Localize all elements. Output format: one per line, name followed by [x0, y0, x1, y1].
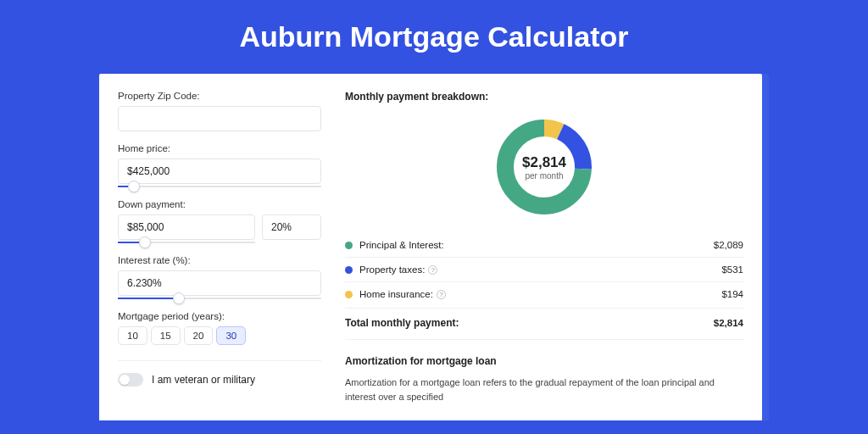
slider-thumb-icon[interactable]	[139, 236, 151, 248]
info-icon[interactable]: ?	[428, 265, 437, 275]
breakdown-panel: Monthly payment breakdown: $2,814 per mo…	[345, 91, 743, 403]
donut-center: $2,814 per month	[493, 116, 595, 218]
slider-thumb-icon[interactable]	[173, 292, 185, 304]
legend-swatch-icon	[345, 266, 353, 274]
card-outer: Property Zip Code: Home price: Down paym…	[99, 74, 769, 420]
page-title: Auburn Mortgage Calculator	[0, 20, 868, 53]
legend-label: Property taxes: ?	[359, 264, 721, 275]
interest-rate-slider[interactable]	[118, 298, 321, 299]
home-price-slider[interactable]	[118, 186, 321, 187]
down-payment-amount-input[interactable]	[118, 214, 255, 240]
slider-thumb-icon[interactable]	[128, 181, 140, 192]
interest-rate-input[interactable]	[118, 270, 321, 296]
hero: Auburn Mortgage Calculator	[0, 0, 868, 74]
breakdown-title: Monthly payment breakdown:	[345, 91, 743, 103]
down-payment-slider[interactable]	[118, 242, 255, 243]
interest-rate-field: Interest rate (%):	[118, 255, 321, 299]
legend-label: Home insurance: ?	[359, 289, 721, 299]
payment-donut-chart: $2,814 per month	[493, 116, 595, 218]
home-price-input[interactable]	[118, 159, 321, 184]
legend-row: Principal & Interest:$2,089	[345, 233, 743, 258]
legend-label: Principal & Interest:	[359, 240, 714, 250]
period-option-15[interactable]: 15	[151, 326, 181, 345]
total-value: $2,814	[714, 318, 743, 328]
period-options: 10152030	[118, 326, 321, 345]
veteran-row: I am veteran or military	[118, 360, 321, 387]
down-payment-label: Down payment:	[118, 199, 321, 209]
legend-swatch-icon	[345, 291, 353, 298]
mortgage-period-label: Mortgage period (years):	[118, 311, 321, 321]
legend-swatch-icon	[345, 242, 353, 249]
total-row: Total monthly payment: $2,814	[345, 308, 743, 340]
down-payment-field: Down payment:	[118, 199, 321, 243]
donut-center-sub: per month	[525, 171, 563, 181]
home-price-field: Home price:	[118, 143, 321, 187]
total-label: Total monthly payment:	[345, 317, 714, 329]
period-option-10[interactable]: 10	[118, 326, 147, 345]
veteran-toggle[interactable]	[118, 373, 143, 387]
zip-label: Property Zip Code:	[118, 91, 321, 101]
interest-rate-label: Interest rate (%):	[118, 255, 321, 265]
legend-value: $2,089	[714, 240, 743, 250]
period-option-30[interactable]: 30	[216, 326, 246, 345]
legend-value: $531	[721, 264, 743, 275]
zip-field: Property Zip Code:	[118, 91, 321, 131]
zip-input[interactable]	[118, 106, 321, 131]
donut-wrap: $2,814 per month	[345, 109, 743, 233]
amortization-title: Amortization for mortgage loan	[345, 355, 743, 367]
period-option-20[interactable]: 20	[184, 326, 214, 345]
home-price-label: Home price:	[118, 143, 321, 153]
down-payment-percent-input[interactable]	[262, 214, 321, 240]
donut-center-value: $2,814	[522, 154, 566, 171]
legend: Principal & Interest:$2,089Property taxe…	[345, 233, 743, 306]
form-panel: Property Zip Code: Home price: Down paym…	[118, 91, 321, 403]
amortization-section: Amortization for mortgage loan Amortizat…	[345, 355, 743, 403]
legend-row: Home insurance: ?$194	[345, 282, 743, 306]
legend-row: Property taxes: ?$531	[345, 258, 743, 282]
calculator-card: Property Zip Code: Home price: Down paym…	[99, 74, 762, 420]
veteran-label: I am veteran or military	[152, 374, 255, 386]
legend-value: $194	[721, 289, 743, 299]
amortization-body: Amortization for a mortgage loan refers …	[345, 376, 743, 403]
info-icon[interactable]: ?	[437, 290, 446, 299]
mortgage-period-field: Mortgage period (years): 10152030	[118, 311, 321, 345]
